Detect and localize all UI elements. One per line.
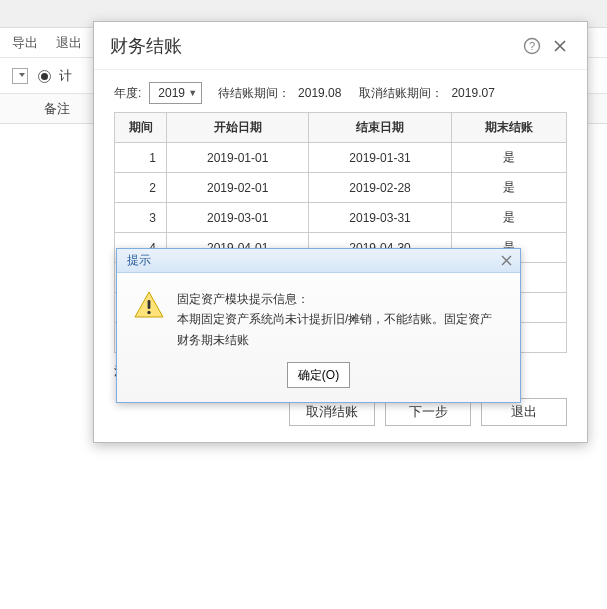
th-start: 开始日期 [167, 113, 309, 143]
cell-period: 2 [115, 173, 167, 203]
modal-title: 财务结账 [110, 34, 515, 58]
alert-close-icon[interactable] [498, 253, 514, 269]
radio-option[interactable]: 计 [38, 67, 72, 85]
cell-period: 1 [115, 143, 167, 173]
cancel-period-label: 取消结账期间： [359, 85, 443, 102]
table-row: 22019-02-012019-02-28是 [115, 173, 567, 203]
year-select[interactable]: 2019 [149, 82, 202, 104]
cell-end: 2019-01-31 [309, 143, 451, 173]
cell-start: 2019-02-01 [167, 173, 309, 203]
alert-message: 固定资产模块提示信息： 本期固定资产系统尚未计提折旧/摊销，不能结账。固定资产财… [177, 289, 504, 350]
cell-end: 2019-03-31 [309, 203, 451, 233]
modal-header: 财务结账 ? [94, 22, 587, 70]
pending-value: 2019.08 [298, 86, 341, 100]
table-header-row: 期间 开始日期 结束日期 期末结账 [115, 113, 567, 143]
cancel-period-value: 2019.07 [451, 86, 494, 100]
th-period: 期间 [115, 113, 167, 143]
th-closed: 期末结账 [451, 113, 566, 143]
pending-label: 待结账期间： [218, 85, 290, 102]
radio-label: 计 [59, 68, 72, 83]
cell-closed: 是 [451, 203, 566, 233]
toolbar-export[interactable]: 导出 [12, 34, 38, 52]
alert-header: 提示 [117, 249, 520, 273]
cell-closed: 是 [451, 143, 566, 173]
cell-closed: 是 [451, 173, 566, 203]
toolbar-exit[interactable]: 退出 [56, 34, 82, 52]
th-end: 结束日期 [309, 113, 451, 143]
alert-title: 提示 [127, 252, 151, 269]
warning-icon [133, 289, 165, 350]
filter-dropdown[interactable] [12, 68, 28, 84]
cell-start: 2019-01-01 [167, 143, 309, 173]
alert-modal: 提示 固定资产模块提示信息： 本期固定资产系统尚未计提折旧/摊销，不能结账。固定… [116, 248, 521, 403]
cell-start: 2019-03-01 [167, 203, 309, 233]
alert-ok-button[interactable]: 确定(O) [287, 362, 350, 388]
alert-line1: 固定资产模块提示信息： [177, 289, 504, 309]
alert-footer: 确定(O) [117, 358, 520, 402]
svg-point-3 [147, 311, 150, 314]
table-row: 32019-03-012019-03-31是 [115, 203, 567, 233]
help-icon[interactable]: ? [521, 35, 543, 57]
alert-line2: 本期固定资产系统尚未计提折旧/摊销，不能结账。固定资产财务期未结账 [177, 309, 504, 350]
year-row: 年度: 2019 待结账期间：2019.08 取消结账期间：2019.07 [114, 82, 567, 104]
year-label: 年度: [114, 85, 141, 102]
alert-body: 固定资产模块提示信息： 本期固定资产系统尚未计提折旧/摊销，不能结账。固定资产财… [117, 273, 520, 358]
cell-period: 3 [115, 203, 167, 233]
close-icon[interactable] [549, 35, 571, 57]
table-row: 12019-01-012019-01-31是 [115, 143, 567, 173]
svg-text:?: ? [529, 40, 535, 52]
cell-end: 2019-02-28 [309, 173, 451, 203]
svg-rect-2 [148, 300, 151, 309]
col-remark-label: 备注 [44, 100, 70, 118]
radio-icon [38, 70, 51, 83]
